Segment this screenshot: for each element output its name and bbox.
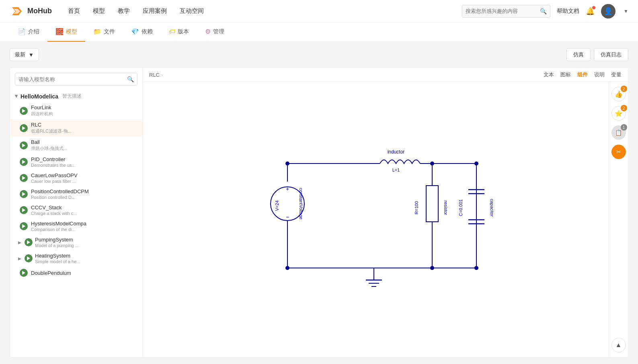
tab-model-label: 模型 [66, 28, 77, 35]
canvas-tab-component[interactable]: 组件 [577, 71, 588, 78]
model-item-pid[interactable]: PID_Controller Demonstrates the us... [10, 154, 142, 170]
star-button[interactable]: ⭐ 2 [611, 106, 626, 121]
like-badge: 2 [621, 86, 627, 92]
tab-version[interactable]: 🏷 版本 [161, 22, 197, 42]
canvas-tab-text[interactable]: 文本 [544, 71, 554, 78]
fork-icon: ✂ [616, 149, 621, 155]
svg-point-35 [430, 162, 434, 166]
user-avatar[interactable]: 👤 [601, 4, 615, 18]
play-btn-double [20, 269, 28, 277]
canvas-header: RLC › 文本 图标 组件 说明 变量 [143, 68, 628, 82]
admin-icon: ⚙ [205, 28, 211, 35]
play-btn-fourlink [20, 107, 28, 115]
model-item-double[interactable]: DoublePendulum [10, 266, 142, 279]
model-search-input[interactable] [18, 76, 127, 82]
model-info-position: PositionControlledDCPM Position controll… [31, 188, 89, 200]
logo-icon [10, 4, 24, 18]
model-desc-cccv: Charge a stack with c... [31, 211, 77, 216]
model-name-heating: HeatingSystem [35, 253, 80, 259]
inductor-label: inductor [387, 149, 404, 155]
model-search-box[interactable]: 🔍 [15, 73, 137, 86]
notification-bell[interactable]: 🔔 [586, 7, 595, 16]
nav-cases[interactable]: 应用案例 [143, 7, 167, 15]
model-item-position[interactable]: PositionControlledDCPM Position controll… [10, 186, 142, 202]
canvas-tab-desc[interactable]: 说明 [594, 71, 605, 78]
group-name-hello: HelloModelica [21, 93, 58, 100]
nav-links: 首页 模型 教学 应用案例 互动空间 [68, 7, 462, 15]
nav-interact[interactable]: 互动空间 [180, 7, 204, 15]
model-info-heating: HeatingSystem Simple model of a he... [35, 253, 80, 264]
capacitor-value: C=0.001 [458, 199, 463, 216]
tab-intro[interactable]: 📄 介绍 [10, 22, 47, 42]
top-nav: MoHub 首页 模型 教学 应用案例 互动空间 🔍 帮助文档 🔔 👤 ▼ [0, 0, 638, 22]
copy-button[interactable]: 📋 1 [611, 125, 626, 140]
breadcrumb-rlc[interactable]: RLC [149, 72, 160, 78]
model-name-cauer: CauerLowPassOPV [31, 172, 78, 178]
canvas-tabs: 文本 图标 组件 说明 变量 [544, 71, 622, 78]
svg-marker-3 [22, 126, 25, 130]
resistor-value: R=100 [414, 201, 419, 214]
scroll-top-button[interactable]: ▲ [611, 338, 626, 352]
model-info-cauer: CauerLowPassOPV Cauer low pass filter ..… [31, 172, 78, 184]
canvas-tab-var[interactable]: 变量 [611, 71, 622, 78]
model-icon: 🧱 [55, 28, 64, 35]
simulate-button[interactable]: 仿真 [566, 48, 591, 61]
tab-dep[interactable]: 💎 依赖 [123, 22, 161, 42]
play-btn-pumping [25, 238, 33, 246]
model-item-pumping[interactable]: ▶ PumpingSystem Model of a pumping ... [10, 234, 142, 250]
nav-home[interactable]: 首页 [68, 7, 80, 15]
model-desc-rlc: 低通RLC滤波器-拖... [31, 128, 72, 134]
search-icon: 🔍 [540, 8, 547, 14]
content-area: 🔍 ▶ HelloModelica 暂无描述 FourLink 四连杆机构 [10, 67, 628, 358]
play-btn-ball [20, 141, 28, 149]
model-item-rlc[interactable]: RLC 低通RLC滤波器-拖... [10, 119, 142, 137]
help-doc-link[interactable]: 帮助文档 [557, 8, 579, 15]
circuit-svg: inductor L=1 + − constantVoltage [251, 119, 501, 320]
sub-chevron-pumping: ▶ [18, 240, 21, 245]
thumbs-up-icon: 👍 [615, 90, 623, 98]
logo-text: MoHub [27, 7, 52, 15]
intro-icon: 📄 [18, 28, 26, 35]
model-item-heating[interactable]: ▶ HeatingSystem Simple model of a he... [10, 250, 142, 266]
svg-marker-7 [22, 192, 25, 196]
resistor-label: resistor [443, 200, 448, 215]
model-item-cauer[interactable]: CauerLowPassOPV Cauer low pass filter ..… [10, 170, 142, 186]
svg-text:+: + [285, 186, 289, 192]
logo-area[interactable]: MoHub [10, 4, 52, 18]
canvas-tab-icon[interactable]: 图标 [560, 71, 571, 78]
svg-marker-12 [22, 271, 25, 275]
model-info-rlc: RLC 低通RLC滤波器-拖... [31, 122, 72, 134]
tab-admin-label: 管理 [213, 28, 224, 35]
model-name-double: DoublePendulum [31, 270, 71, 276]
nav-teach[interactable]: 教学 [118, 7, 130, 15]
canvas-body: inductor L=1 + − constantVoltage [143, 82, 628, 357]
svg-point-38 [430, 266, 434, 270]
play-btn-pid [20, 158, 28, 166]
simulate-log-button[interactable]: 仿真日志 [594, 48, 628, 61]
model-item-fourlink[interactable]: FourLink 四连杆机构 [10, 102, 142, 119]
play-btn-hysteresis [20, 222, 28, 230]
model-desc-fourlink: 四连杆机构 [31, 111, 53, 117]
user-menu-chevron[interactable]: ▼ [624, 8, 628, 14]
model-item-hysteresis[interactable]: HysteresisModelCompa Comparison of the d… [10, 218, 142, 234]
model-group-header-hello[interactable]: ▶ HelloModelica 暂无描述 [10, 90, 142, 102]
svg-rect-25 [426, 186, 438, 222]
nav-model[interactable]: 模型 [93, 7, 105, 15]
toolbar-btns: 仿真 仿真日志 [566, 48, 628, 61]
tab-admin[interactable]: ⚙ 管理 [197, 22, 232, 42]
search-input[interactable] [466, 8, 540, 14]
tab-file[interactable]: 📁 文件 [85, 22, 123, 42]
breadcrumb: RLC › [149, 72, 163, 78]
canvas-area: RLC › 文本 图标 组件 说明 变量 [143, 68, 628, 357]
tab-model[interactable]: 🧱 模型 [47, 22, 85, 42]
fork-button[interactable]: ✂ [611, 145, 626, 159]
model-item-cccv[interactable]: CCCV_Stack Charge a stack with c... [10, 202, 142, 218]
copy-badge: 1 [621, 124, 627, 131]
like-button[interactable]: 👍 2 [611, 87, 626, 101]
capacitor-label: capacitor [490, 198, 494, 217]
play-btn-heating [25, 254, 33, 262]
search-box[interactable]: 🔍 [462, 5, 550, 18]
play-btn-cauer [20, 174, 28, 182]
model-item-ball[interactable]: Ball 弹跳小球-拖拽式... [10, 137, 142, 154]
sort-select[interactable]: 最新 ▼ [10, 48, 39, 61]
